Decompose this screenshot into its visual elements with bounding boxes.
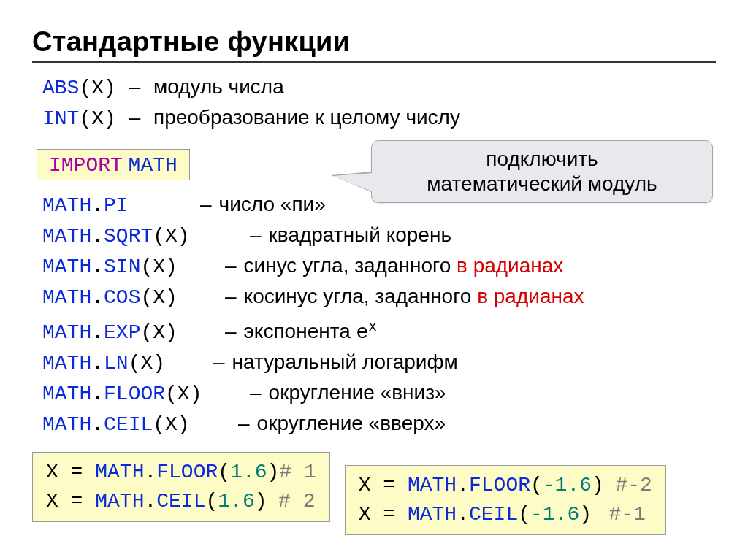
- math-func-row: MATH.SIN(X)–синус угла, заданного в ради…: [42, 252, 716, 281]
- callout-box: подключить математический модуль: [371, 140, 713, 203]
- func-desc: округление «вниз»: [269, 381, 446, 404]
- func-desc: преобразование к целому числу: [153, 106, 460, 129]
- math-func-row: MATH.SQRT(X)–квадратный корень: [42, 221, 716, 250]
- dash-separator: –: [250, 381, 262, 404]
- example-line: X = MATH.FLOOR(1.6)# 1: [46, 457, 316, 486]
- callout-line1: подключить: [385, 147, 699, 172]
- dash-separator: –: [213, 350, 225, 373]
- dash-separator: –: [238, 412, 250, 434]
- example-box-positive: X = MATH.FLOOR(1.6)# 1X = MATH.CEIL(1.6)…: [32, 452, 330, 522]
- math-func-row: MATH.COS(X)–косинус угла, заданного в ра…: [42, 283, 716, 312]
- example-line: X = MATH.CEIL(-1.6) #-1: [359, 499, 652, 529]
- func-desc: квадратный корень: [269, 223, 451, 246]
- example-line: X = MATH.CEIL(1.6) # 2: [46, 486, 316, 515]
- title-divider: [32, 61, 716, 63]
- dash-separator: –: [225, 254, 237, 277]
- math-func-row: MATH.LN(X)–натуральный логарифм: [42, 348, 716, 377]
- example-line: X = MATH.FLOOR(-1.6) #-2: [359, 470, 652, 499]
- math-func-row: MATH.CEIL(X)–округление «вверх»: [42, 410, 716, 439]
- import-statement-box: IMPORT MATH: [37, 149, 190, 180]
- func-desc: натуральный логарифм: [232, 350, 458, 373]
- func-code: ABS(X): [42, 75, 116, 98]
- dash-separator: –: [200, 193, 212, 215]
- dash-separator: –: [129, 106, 141, 129]
- func-desc: модуль числа: [153, 75, 284, 98]
- func-code: MATH.LN(X): [42, 348, 206, 377]
- callout-line2: математический модуль: [385, 172, 699, 196]
- dash-separator: –: [250, 223, 262, 246]
- func-desc: округление «вверх»: [257, 412, 446, 434]
- dash-separator: –: [225, 320, 237, 342]
- example-box-negative: X = MATH.FLOOR(-1.6) #-2X = MATH.CEIL(-1…: [345, 465, 666, 535]
- func-code: MATH.FLOOR(X): [42, 379, 243, 408]
- func-code: MATH.SQRT(X): [42, 221, 243, 250]
- func-row-int: INT(X) – преобразование к целому числу: [42, 104, 716, 133]
- func-desc: число «пи»: [219, 193, 326, 215]
- math-func-row: MATH.FLOOR(X)–округление «вниз»: [42, 379, 716, 408]
- func-code: MATH.COS(X): [42, 283, 218, 312]
- dash-separator: –: [129, 75, 141, 98]
- math-functions-list: MATH.PI–число «пи»MATH.SQRT(X)–квадратны…: [32, 191, 716, 439]
- dash-separator: –: [225, 285, 237, 307]
- func-desc: косинус угла, заданного в радианах: [244, 285, 584, 307]
- func-desc: экспонента ex: [244, 320, 378, 342]
- examples-row: X = MATH.FLOOR(1.6)# 1X = MATH.CEIL(1.6)…: [32, 452, 716, 535]
- import-statement: IMPORT MATH: [49, 153, 178, 175]
- math-func-row: MATH.EXP(X)–экспонента ex: [42, 313, 716, 347]
- func-code: INT(X): [42, 106, 116, 129]
- func-row-abs: ABS(X) – модуль числа: [42, 73, 716, 102]
- func-code: MATH.PI: [42, 191, 193, 220]
- page-title: Стандартные функции: [32, 26, 716, 58]
- func-code: MATH.SIN(X): [42, 252, 218, 281]
- func-code: MATH.CEIL(X): [42, 410, 231, 439]
- func-code: MATH.EXP(X): [42, 318, 218, 347]
- func-desc: синус угла, заданного в радианах: [244, 254, 564, 277]
